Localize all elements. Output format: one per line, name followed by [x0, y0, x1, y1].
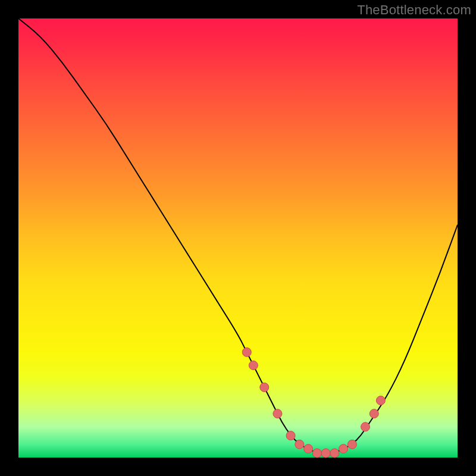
data-dot	[242, 347, 251, 356]
bottleneck-curve	[18, 18, 458, 453]
attribution-text: TheBottleneck.com	[357, 2, 471, 18]
data-dot	[304, 444, 313, 453]
data-dot	[347, 440, 356, 449]
data-dot	[330, 449, 339, 458]
data-dot	[339, 444, 348, 453]
data-dot	[321, 449, 330, 458]
data-dot	[273, 409, 282, 418]
plot-area	[18, 18, 458, 458]
data-dot	[260, 383, 269, 392]
data-dot	[376, 396, 385, 405]
data-dot	[286, 431, 295, 440]
chart-frame: TheBottleneck.com	[0, 0, 476, 476]
data-dot	[369, 409, 378, 418]
data-dot	[312, 449, 321, 458]
data-dot	[249, 361, 258, 370]
data-dot	[295, 440, 304, 449]
data-dots	[242, 347, 385, 458]
curve-layer	[18, 18, 458, 458]
data-dot	[361, 422, 370, 431]
